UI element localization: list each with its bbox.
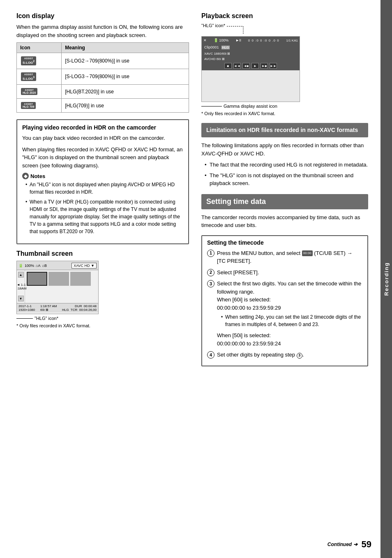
- clip-thumbnail-selected[interactable]: [27, 272, 47, 286]
- step-num-3: 3: [207, 280, 214, 287]
- step-num-2: 2: [207, 269, 214, 276]
- side-tab-text: Recording: [383, 262, 390, 296]
- ps-next-btn[interactable]: ►►: [270, 63, 277, 69]
- ts-nav-up[interactable]: ▲: [18, 272, 24, 278]
- notes-header: ◆ Notes: [22, 173, 183, 179]
- gamma-line: [201, 106, 222, 107]
- time-data-body: The camcorder records movies accompanied…: [201, 213, 368, 229]
- meaning-cell: [S-LOG3→709(800%)] in use: [62, 69, 189, 85]
- table-row: ASSIST HLG 709 [HLG(709)] in use: [17, 99, 189, 113]
- ps-clip-name: Clip0001: [204, 45, 219, 49]
- timecode-box-title: Setting the timecode: [207, 239, 362, 246]
- meaning-cell: [HLG(BT.2020)] in use: [62, 85, 189, 99]
- table-row: ASSIST S-LOG2 [S-LOG2→709(800%)] in use: [17, 53, 189, 69]
- ps-hlg-badge: HLG: [221, 46, 230, 49]
- playing-video-body2: When playing files recorded in XAVC QFHD…: [22, 146, 183, 170]
- icon-col-header: Icon: [17, 43, 62, 53]
- ps-play-btn[interactable]: ►: [251, 63, 259, 69]
- meaning-cell: [HLG(709)] in use: [62, 99, 189, 113]
- playback-screen-image: ✕ 🔋 100% ►II 0 0 :0 0 :0 0 .0 0 1/1 KA1 …: [201, 36, 300, 102]
- list-item: 1 Press the MENU button, and select 00:0…: [207, 249, 362, 265]
- ts-topbar-left: 🔋 100% ⌂A ⌂B: [18, 264, 47, 268]
- ts-bottombar: 2017-1-1 1920×1080 1:18:57 AM 60i ⊠ DUR …: [17, 303, 98, 313]
- ps-rev-btn[interactable]: ◄■: [242, 63, 250, 69]
- ts-nav-down[interactable]: ▼: [18, 296, 24, 301]
- ps-battery: 🔋 100%: [214, 38, 229, 42]
- icon-cell: ASSIST HLG 2020: [17, 85, 62, 99]
- gamma-label-text: Gamma display assist icon: [224, 104, 277, 109]
- battery-text: 100%: [25, 264, 34, 268]
- step-ref-3: 3: [297, 353, 302, 359]
- xavc-button[interactable]: XAVC HD ▼: [71, 263, 97, 269]
- limitations-title: Limitations on HDR files recorded in non…: [206, 126, 363, 134]
- limitations-body: The following limitations apply on files…: [201, 141, 368, 157]
- step-2-content: Select [PRESET].: [217, 269, 362, 277]
- sub-bullet-list: When setting 24p, you can set the last 2…: [217, 313, 362, 328]
- icon-cell: ASSIST HLG 709: [17, 99, 62, 113]
- playback-wrapper: "HLG" icon* ✕ 🔋 100% ►II 0 0 :0 0 :0 0: [201, 23, 368, 117]
- timecode-steps: 1 Press the MENU button, and select 00:0…: [207, 249, 362, 359]
- ps-info-bar: XAVC 1880/60i ⊠: [202, 51, 300, 56]
- ps-prev-btn[interactable]: ◄◄: [233, 63, 241, 69]
- list-item: The "HLG" icon is not displayed on the t…: [205, 171, 368, 188]
- ts-bottom-mid: 1:18:57 AM 60i ⊠: [40, 304, 57, 312]
- limitations-header-box: Limitations on HDR files recorded in non…: [201, 123, 368, 138]
- ps-second-info: AVCHD 60i ⊠: [202, 56, 300, 61]
- list-item: When setting 24p, you can set the last 2…: [221, 313, 362, 328]
- hlg-icon-label: "HLG" icon*: [16, 316, 189, 321]
- icon-cell: ASSIST S-LOG3: [17, 69, 62, 85]
- limitations-list: The fact that the recording used HLG is …: [201, 161, 368, 188]
- limitations-content: The following limitations apply on files…: [201, 141, 368, 188]
- clip-thumbnail[interactable]: [48, 272, 69, 286]
- thumbnail-screen-image: 🔋 100% ⌂A ⌂B XAVC HD ▼: [16, 261, 99, 314]
- ps-play-icon: ►II: [235, 38, 241, 42]
- thumbnail-screen-title: Thumbnail screen: [16, 250, 189, 257]
- ts-nav: ▲ |◄ 1-1 1:18AM ▼: [17, 270, 25, 303]
- thumbnail-footnote: * Only files recorded in XAVC format.: [16, 322, 189, 329]
- side-tab: Recording: [380, 0, 392, 558]
- ts-middle: ▲ |◄ 1-1 1:18AM ▼: [17, 270, 98, 303]
- playing-video-section: Playing video recorded in HDR on the cam…: [16, 119, 189, 244]
- time-data-title: Setting time data: [206, 197, 363, 206]
- tc-icon: 00:00: [302, 250, 313, 256]
- hlg-ref-container: "HLG" icon*: [201, 23, 368, 35]
- step-num-1: 1: [207, 250, 214, 257]
- icon-table: Icon Meaning ASSIST S-LOG2: [16, 42, 189, 113]
- list-item: When a TV (or HDR (HLG) compatible monit…: [25, 198, 183, 235]
- step-num-4: 4: [207, 351, 214, 359]
- icon-display-description: When the gamma display assist function i…: [16, 23, 189, 39]
- icon-a: ⌂A: [36, 264, 40, 268]
- ps-stop-btn[interactable]: ■: [224, 63, 232, 69]
- list-item: 3 Select the first two digits. You can s…: [207, 280, 362, 347]
- clip-thumbnail[interactable]: [70, 272, 91, 286]
- step-1-content: Press the MENU button, and select 00:00 …: [217, 249, 362, 265]
- hlg-arrow-line: [16, 318, 33, 319]
- ts-topbar: 🔋 100% ⌂A ⌂B XAVC HD ▼: [17, 261, 98, 270]
- clip-grid: [27, 272, 97, 286]
- notes-icon: ◆: [22, 173, 29, 179]
- playing-video-body1: You can play back video recorded in HDR …: [22, 134, 183, 142]
- list-item: 2 Select [PRESET].: [207, 269, 362, 277]
- playback-section: Playback screen "HLG" icon* ✕: [201, 12, 368, 117]
- table-row: ASSIST S-LOG3 [S-LOG3→709(800%)] in use: [17, 69, 189, 85]
- thumbnail-section: Thumbnail screen 🔋 100% ⌂A ⌂B: [16, 250, 189, 329]
- ps-controls: ■ ◄◄ ◄■ ► ►■ ►►: [202, 61, 300, 70]
- battery-icon: 🔋: [18, 264, 23, 268]
- ps-fwd-btn[interactable]: ►■: [261, 63, 268, 69]
- meaning-col-header: Meaning: [62, 43, 189, 53]
- thumbnail-screen-container: 🔋 100% ⌂A ⌂B XAVC HD ▼: [16, 261, 189, 321]
- meaning-cell: [S-LOG2→709(800%)] in use: [62, 53, 189, 69]
- step-4-content: Set other digits by repeating step 3.: [217, 351, 362, 359]
- playing-video-title: Playing video recorded in HDR on the cam…: [22, 124, 183, 131]
- step-3-content: Select the first two digits. You can set…: [217, 280, 362, 347]
- limitations-section: Limitations on HDR files recorded in non…: [201, 123, 368, 188]
- icon-cell: ASSIST S-LOG2: [17, 53, 62, 69]
- hlg-arrow-svg: [227, 23, 247, 35]
- notes-title: Notes: [30, 173, 45, 179]
- continued-text: Continued ➔: [327, 542, 357, 547]
- ts-bottom-right: DUR 00:00:48 HLG TCR 00:04:26,00: [62, 304, 97, 312]
- list-item: The fact that the recording used HLG is …: [205, 161, 368, 169]
- setting-time-data-section: Setting time data The camcorder records …: [201, 194, 368, 366]
- ps-tc-display: 0 0 :0 0 :0 0 .0 0: [248, 39, 279, 42]
- playback-screen-title: Playback screen: [201, 12, 368, 20]
